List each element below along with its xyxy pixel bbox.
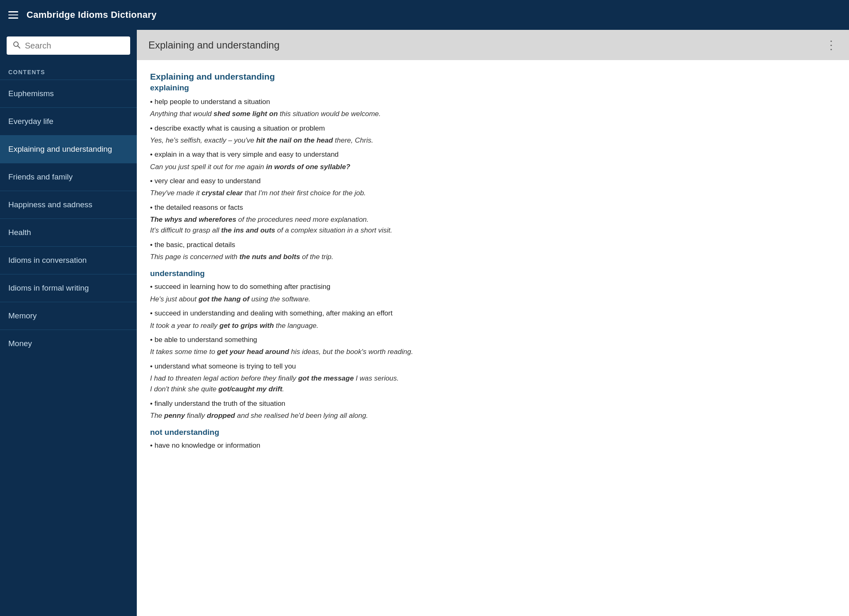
explaining-entries: • help people to understand a situationA…: [150, 97, 836, 262]
not-understanding-label: not understanding: [150, 428, 836, 437]
entry-example: It took a year to really get to grips wi…: [150, 320, 836, 331]
entry-bullet: • very clear and easy to understand: [150, 176, 836, 187]
sidebar: CONTENTS EuphemismsEveryday lifeExplaini…: [0, 30, 137, 616]
sidebar-item[interactable]: Memory: [0, 302, 137, 330]
app-title: Cambridge Idioms Dictionary: [27, 10, 157, 20]
sidebar-item[interactable]: Everyday life: [0, 107, 137, 135]
search-box[interactable]: [7, 36, 130, 55]
entry-bullet: • the basic, practical details: [150, 240, 836, 250]
entry-example: I had to threaten legal action before th…: [150, 373, 836, 395]
sidebar-item[interactable]: Euphemisms: [0, 80, 137, 107]
entry-example: It takes some time to get your head arou…: [150, 347, 836, 357]
entry-bullet: • understand what someone is trying to t…: [150, 361, 836, 372]
understanding-entries: • succeed in learning how to do somethin…: [150, 281, 836, 421]
not-understanding-entries: • have no knowledge or information: [150, 440, 836, 451]
sidebar-item[interactable]: Idioms in conversation: [0, 246, 137, 274]
entry-example: The penny finally dropped and she realis…: [150, 410, 836, 421]
sidebar-item[interactable]: Idioms in formal writing: [0, 274, 137, 302]
nav-list: EuphemismsEveryday lifeExplaining and un…: [0, 80, 137, 616]
entry-bullet: • have no knowledge or information: [150, 440, 836, 451]
more-options-icon[interactable]: ⋮: [825, 38, 837, 52]
search-icon: [12, 41, 21, 51]
search-container: [0, 30, 137, 61]
search-input[interactable]: [25, 41, 124, 51]
entry-example: Can you just spell it out for me again i…: [150, 162, 836, 172]
entry-example: He's just about got the hang of using th…: [150, 294, 836, 305]
topbar: Cambridge Idioms Dictionary: [0, 0, 849, 30]
entry-bullet: • help people to understand a situation: [150, 97, 836, 107]
content-body: Explaining and understanding explaining …: [137, 60, 849, 616]
sidebar-item[interactable]: Health: [0, 218, 137, 246]
sidebar-item[interactable]: Money: [0, 330, 137, 357]
main-layout: CONTENTS EuphemismsEveryday lifeExplaini…: [0, 30, 849, 616]
entry-bullet: • succeed in learning how to do somethin…: [150, 281, 836, 292]
explaining-subtitle: explaining: [150, 83, 836, 92]
sidebar-item[interactable]: Friends and family: [0, 163, 137, 191]
svg-line-1: [18, 46, 20, 49]
entry-bullet: • explain in a way that is very simple a…: [150, 149, 836, 160]
page-title: Explaining and understanding: [148, 39, 279, 51]
sidebar-item[interactable]: Happiness and sadness: [0, 191, 137, 218]
content-header: Explaining and understanding ⋮: [137, 30, 849, 60]
entry-bullet: • finally understand the truth of the si…: [150, 398, 836, 409]
section-title: Explaining and understanding: [150, 72, 836, 82]
entry-example: The whys and wherefores of the procedure…: [150, 214, 836, 236]
entry-example: Anything that would shed some light on t…: [150, 109, 836, 119]
entry-bullet: • succeed in understanding and dealing w…: [150, 308, 836, 319]
content-area: Explaining and understanding ⋮ Explainin…: [137, 30, 849, 616]
entry-example: Yes, he's selfish, exactly – you've hit …: [150, 135, 836, 146]
sidebar-item[interactable]: Explaining and understanding: [0, 135, 137, 163]
contents-label: CONTENTS: [0, 61, 137, 80]
entry-example: They've made it crystal clear that I'm n…: [150, 188, 836, 199]
understanding-label: understanding: [150, 269, 836, 278]
entry-bullet: • describe exactly what is causing a sit…: [150, 123, 836, 134]
entry-bullet: • the detailed reasons or facts: [150, 202, 836, 213]
entry-example: This page is concerned with the nuts and…: [150, 252, 836, 262]
entry-bullet: • be able to understand something: [150, 335, 836, 345]
hamburger-menu[interactable]: [8, 11, 18, 19]
